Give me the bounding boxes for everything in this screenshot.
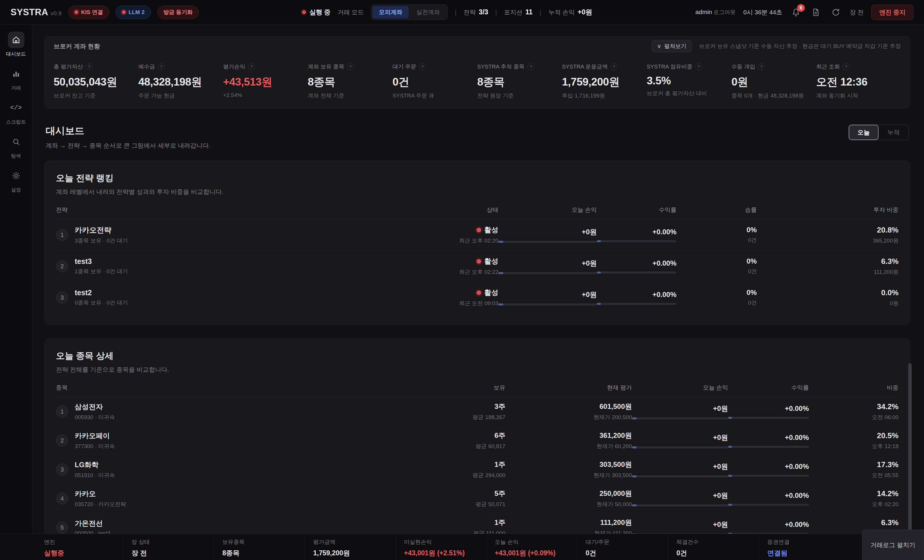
engine-stop-button[interactable]: 엔진 중지	[871, 5, 914, 20]
strategy-row[interactable]: 1 카카오전략 3종목 보유 · 0건 대기 활성 최근 오후 02:20 +0…	[56, 219, 898, 251]
stock-today-pnl: +0원	[632, 404, 728, 419]
help-icon[interactable]: ?	[758, 63, 765, 70]
strategy-status: 활성 최근 오전 09:03	[411, 288, 498, 307]
statusbar-holdings: 보유종목 8종목	[214, 534, 304, 560]
rank-badge: 2	[56, 434, 68, 447]
divider: |	[495, 8, 497, 16]
broker-expand-button[interactable]: ∨ 펼쳐보기	[651, 40, 692, 52]
statusbar-broker-connection: 증권연결 연결됨	[759, 534, 850, 560]
help-icon[interactable]: ?	[527, 63, 534, 70]
stock-row[interactable]: 2 카카오페이 377300 · 미귀속 6주 평균 60,817 361,20…	[56, 426, 898, 455]
stock-return: +0.00%	[728, 463, 809, 477]
sidebar-item-trade[interactable]: 거래	[8, 66, 24, 91]
notifications-button[interactable]: 6	[790, 6, 802, 18]
trade-log-expand-button[interactable]: 거래로그 펼치기	[862, 530, 924, 560]
logs-button[interactable]	[810, 6, 822, 18]
help-icon[interactable]: ?	[695, 63, 702, 70]
stat-total-assets: 총 평가자산? 50,035,043원 브로커 잔고 기준	[54, 63, 138, 100]
return-bar	[597, 240, 676, 242]
return-bar	[728, 417, 809, 419]
statusbar-pending-orders: 대기/주문 0건	[577, 534, 668, 560]
pnl-bar	[632, 446, 728, 448]
broker-panel-title: 브로커 계좌 현황	[54, 42, 100, 50]
help-icon[interactable]: ?	[610, 63, 617, 70]
stat-label: 예수금	[138, 63, 155, 70]
status-label: 활성	[484, 256, 498, 266]
broker-estimate-note: 브로커 보유 스냅샷 기준 수동 자산 추정 · 현금은 대기 BUY 예약금 …	[699, 42, 901, 50]
strategy-return: +0.00%	[597, 259, 676, 274]
status-label: 활성	[484, 288, 498, 297]
strategy-row[interactable]: 3 test2 0종목 보유 · 0건 대기 활성 최근 오전 09:03 +0…	[56, 282, 898, 313]
mode-demo-account-button[interactable]: 모의계좌	[372, 6, 409, 18]
gear-icon	[8, 168, 24, 184]
stock-row[interactable]: 1 삼성전자 005930 · 미귀속 3주 평균 188,267 601,50…	[56, 397, 898, 426]
help-icon[interactable]: ?	[843, 63, 850, 70]
sidebar-item-dashboard[interactable]: 대시보드	[6, 31, 26, 57]
col-valuation: 현재 평가	[506, 384, 632, 392]
stat-label: 최근 조회	[816, 63, 840, 70]
strategy-winrate: 0% 0건	[676, 289, 757, 307]
strategy-name: test2	[75, 289, 128, 297]
engine-running-status: 실행 중	[302, 8, 330, 17]
help-icon[interactable]: ?	[419, 63, 426, 70]
stock-row[interactable]: 5 가온전선 000500 · test3 1주 평균 111,000 111,…	[56, 513, 898, 534]
strategy-meta: 3종목 보유 · 0건 대기	[75, 237, 128, 244]
stat-label: SYSTRA 점유비중	[646, 63, 692, 70]
stock-return: +0.00%	[728, 521, 809, 534]
rank-badge: 3	[56, 291, 68, 304]
strategy-name: 카카오전략	[75, 225, 128, 235]
toggle-today-button[interactable]: 오늘	[849, 125, 879, 140]
help-icon[interactable]: ?	[347, 63, 354, 70]
toggle-cumulative-button[interactable]: 누적	[879, 125, 909, 140]
stock-today-pnl: +0원	[632, 520, 728, 534]
card-subtitle: 계좌 레벨에서 내려와 전략별 성과와 투자 비중을 비교합니다.	[56, 188, 898, 196]
vertical-scrollbar-thumb[interactable]	[908, 363, 912, 532]
broker-stats-row: 총 평가자산? 50,035,043원 브로커 잔고 기준 예수금? 48,32…	[45, 56, 910, 108]
stock-weight: 14.2% 오후 02:20	[809, 489, 898, 508]
stock-name: 삼성전자	[75, 402, 115, 412]
stat-value: 1,759,200원	[562, 75, 646, 89]
stat-value: 오전 12:36	[816, 75, 901, 89]
stat-caption: +2.54%	[223, 92, 308, 99]
help-icon[interactable]: ?	[158, 63, 165, 70]
strategy-meta: 1종목 보유 · 0건 대기	[75, 268, 128, 275]
stock-weight: 20.5% 오후 12:18	[809, 431, 898, 450]
sidebar-item-settings[interactable]: 설정	[8, 168, 24, 193]
statusbar-today-pnl: 오늘 손익 +43,001원 (+0.09%)	[486, 534, 577, 560]
statusbar-engine: 엔진 실행중	[44, 534, 123, 560]
cumulative-pnl-label: 누적 손익	[548, 8, 575, 16]
strategy-weight: 20.8% 365,200원	[757, 226, 898, 244]
help-icon[interactable]: ?	[86, 63, 93, 70]
stock-row[interactable]: 4 카카오 035720 · 카카오전략 5주 평균 50,071 250,00…	[56, 484, 898, 513]
help-icon[interactable]: ?	[248, 63, 255, 70]
sidebar-item-scripts[interactable]: </> 스크립트	[6, 100, 26, 125]
stock-row[interactable]: 3 LG화학 051910 · 미귀속 1주 평균 294,000 303,50…	[56, 455, 898, 484]
refresh-button[interactable]	[830, 6, 842, 18]
strategy-table-header: 전략 상태 오늘 손익 수익률 승률 투자 비중	[56, 206, 898, 219]
cumulative-pnl-value: +0원	[578, 7, 592, 17]
strategy-weight: 0.0% 0원	[757, 288, 898, 307]
stat-caption: 계좌 동기화 시작	[816, 92, 901, 100]
strategy-count-label: 전략	[464, 8, 476, 16]
stock-name: 카카오	[75, 489, 126, 499]
cumulative-pnl: 누적 손익+0원	[548, 7, 592, 17]
strategy-meta: 0종목 보유 · 0건 대기	[75, 299, 128, 307]
mode-real-account-button[interactable]: 실전계좌	[410, 6, 446, 18]
strategy-row[interactable]: 2 test3 1종목 보유 · 0건 대기 활성 최근 오후 02:22 +0…	[56, 251, 898, 282]
stock-meta: 005930 · 미귀속	[75, 413, 115, 421]
stock-valuation: 250,000원 현재가 50,000	[506, 489, 632, 508]
divider: |	[454, 8, 456, 16]
stat-label: 수동 개입	[732, 63, 755, 70]
logout-link[interactable]: 로그아웃	[713, 9, 736, 15]
stat-label: SYSTRA 추적 종목	[477, 63, 525, 70]
today-cumulative-toggle: 오늘 누적	[848, 124, 909, 140]
stock-meta: 051910 · 미귀속	[75, 472, 115, 479]
kis-badge-label: KIS 연결	[81, 9, 103, 16]
sidebar-item-explore[interactable]: 탐색	[8, 133, 24, 159]
sidebar: 대시보드 거래 </> 스크립트 탐색 설정	[0, 25, 32, 560]
stat-deposit: 예수금? 48,328,198원 주문 가능 현금	[138, 63, 223, 100]
stat-value: 0건	[393, 75, 477, 89]
status-time: 최근 오전 09:03	[411, 299, 498, 307]
stock-detail-card: 오늘 종목 상세 전략 전체를 기준으로 종목을 비교합니다. 종목 보유 현재…	[45, 338, 910, 534]
stock-holding: 6주 평균 60,817	[423, 431, 506, 450]
